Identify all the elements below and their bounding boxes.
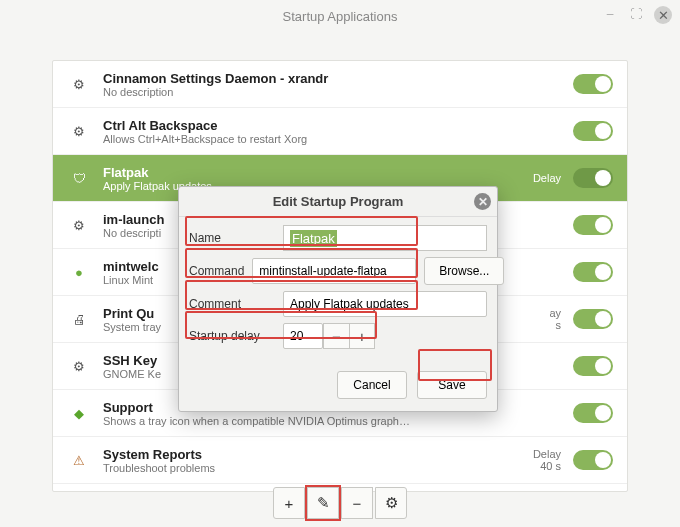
maximize-button[interactable]: ⛶ <box>628 6 644 22</box>
item-desc: Shows a tray icon when a compatible NVID… <box>103 415 507 427</box>
enable-toggle[interactable] <box>573 74 613 94</box>
row-delay: Startup delay − + <box>189 323 487 349</box>
item-delay: ays <box>519 307 561 331</box>
item-name: Ctrl Alt Backspace <box>103 118 507 133</box>
item-desc: Troubleshoot problems <box>103 462 507 474</box>
enable-toggle[interactable] <box>573 356 613 376</box>
remove-button[interactable]: − <box>341 487 373 519</box>
enable-toggle[interactable] <box>573 121 613 141</box>
window-title: Startup Applications <box>283 9 398 24</box>
list-item[interactable]: ⚙Ctrl Alt BackspaceAllows Ctrl+Alt+Backs… <box>53 108 627 155</box>
dialog-title: Edit Startup Program <box>273 194 404 209</box>
enable-toggle[interactable] <box>573 403 613 423</box>
comment-input[interactable] <box>283 291 487 317</box>
name-input[interactable]: Flatpak <box>283 225 487 251</box>
enable-toggle[interactable] <box>573 215 613 235</box>
cancel-button[interactable]: Cancel <box>337 371 407 399</box>
bottom-toolbar: + ✎ − ⚙ <box>0 487 680 519</box>
edit-button[interactable]: ✎ <box>307 487 339 519</box>
row-comment: Comment <box>189 291 487 317</box>
enable-toggle[interactable] <box>573 168 613 188</box>
shield-icon: 🛡 <box>67 166 91 190</box>
window-titlebar: Startup Applications – ⛶ ✕ <box>0 0 680 32</box>
item-desc: No description <box>103 86 507 98</box>
label-comment: Comment <box>189 297 275 311</box>
command-input[interactable] <box>252 258 416 284</box>
item-delay: Delay40 s <box>519 448 561 472</box>
item-text: Ctrl Alt BackspaceAllows Ctrl+Alt+Backsp… <box>103 118 507 145</box>
list-item[interactable]: ⚙Cinnamon Settings Daemon - xrandrNo des… <box>53 61 627 108</box>
warn-icon: ⚠ <box>67 448 91 472</box>
list-item[interactable]: ⚠System ReportsTroubleshoot problemsDela… <box>53 437 627 484</box>
item-text: Cinnamon Settings Daemon - xrandrNo desc… <box>103 71 507 98</box>
minimize-button[interactable]: – <box>602 6 618 22</box>
save-button[interactable]: Save <box>417 371 487 399</box>
delay-minus-button[interactable]: − <box>323 323 349 349</box>
item-name: System Reports <box>103 447 507 462</box>
label-name: Name <box>189 231 275 245</box>
printer-icon: 🖨 <box>67 307 91 331</box>
row-name: Name Flatpak <box>189 225 487 251</box>
add-button[interactable]: + <box>273 487 305 519</box>
item-name: Flatpak <box>103 165 507 180</box>
browse-button[interactable]: Browse... <box>424 257 504 285</box>
label-command: Command <box>189 264 244 278</box>
item-delay: Delay <box>519 172 561 184</box>
dialog-actions: Cancel Save <box>189 371 487 399</box>
label-delay: Startup delay <box>189 329 275 343</box>
dialog-close-icon[interactable]: ✕ <box>474 193 491 210</box>
gears-icon: ⚙ <box>67 72 91 96</box>
enable-toggle[interactable] <box>573 450 613 470</box>
nvidia-icon: ◆ <box>67 401 91 425</box>
enable-toggle[interactable] <box>573 262 613 282</box>
gears-icon: ⚙ <box>67 354 91 378</box>
delay-plus-button[interactable]: + <box>349 323 375 349</box>
delay-input[interactable] <box>283 323 323 349</box>
dialog-titlebar: Edit Startup Program ✕ <box>179 187 497 217</box>
name-input-value: Flatpak <box>290 230 337 247</box>
item-text: System ReportsTroubleshoot problems <box>103 447 507 474</box>
dialog-body: Name Flatpak Command Browse... Comment S… <box>179 217 497 411</box>
close-button[interactable]: ✕ <box>654 6 672 24</box>
gears-icon: ⚙ <box>67 213 91 237</box>
row-command: Command Browse... <box>189 257 487 285</box>
item-desc: Allows Ctrl+Alt+Backspace to restart Xor… <box>103 133 507 145</box>
gears-icon: ⚙ <box>67 119 91 143</box>
item-name: Cinnamon Settings Daemon - xrandr <box>103 71 507 86</box>
settings-button[interactable]: ⚙ <box>375 487 407 519</box>
edit-startup-dialog: Edit Startup Program ✕ Name Flatpak Comm… <box>178 186 498 412</box>
mint-icon: ● <box>67 260 91 284</box>
enable-toggle[interactable] <box>573 309 613 329</box>
delay-spinner: − + <box>283 323 375 349</box>
